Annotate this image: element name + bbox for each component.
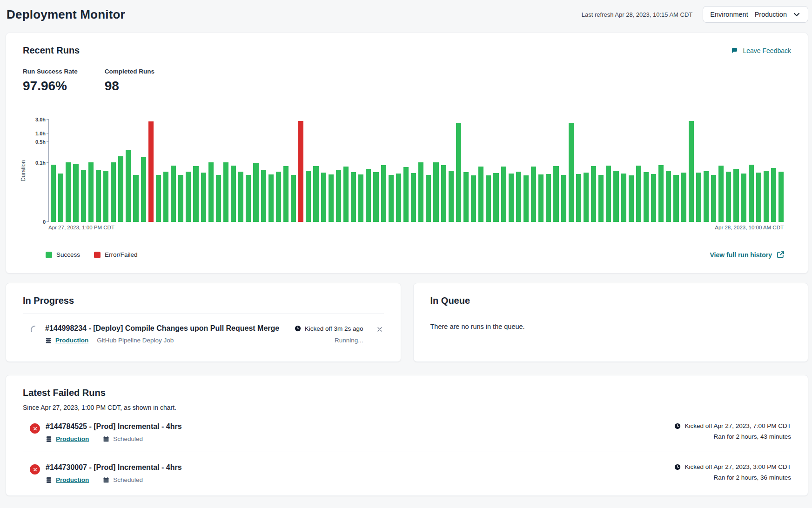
chart-bar-success — [501, 167, 506, 222]
y-axis-title: Duration — [20, 120, 27, 222]
run-status: Running... — [335, 337, 363, 344]
chart-bar-success — [133, 175, 138, 222]
environment-link[interactable]: Production — [56, 435, 89, 442]
y-axis-tick-label: 0.1h — [35, 160, 46, 166]
chart-bar-success — [58, 174, 63, 222]
chart-bar-success — [771, 168, 776, 222]
chart-bar-success — [118, 156, 123, 222]
chart-bar-success — [636, 166, 641, 222]
chart-bar-success — [343, 167, 349, 222]
chart-bar-success — [73, 164, 78, 222]
chart-bar-success — [673, 175, 678, 222]
chart-bar-success — [584, 173, 589, 222]
recent-runs-card: Recent Runs Leave Feedback Run Success R… — [6, 33, 808, 274]
x-axis-labels: Apr 27, 2023, 1:00 PM CDT Apr 28, 2023, … — [48, 225, 784, 230]
chart-bar-success — [321, 173, 326, 222]
database-icon — [46, 477, 52, 483]
y-axis-tick — [47, 119, 49, 120]
chart-bar-success — [733, 169, 738, 222]
chart-bar-failed — [298, 121, 303, 222]
chart-bar-success — [629, 175, 634, 222]
in-queue-card: In Queue There are no runs in the queue. — [413, 283, 809, 362]
view-full-run-history-link[interactable]: View full run history — [710, 251, 772, 259]
chart-bar-success — [606, 166, 611, 222]
chart-bar-success — [696, 173, 701, 222]
database-icon — [45, 337, 52, 344]
stat-label: Run Success Rate — [23, 68, 78, 75]
stat-value: 98 — [105, 79, 154, 94]
kicked-off-text: Kicked off Apr 27, 2023, 7:00 PM CDT — [674, 422, 791, 429]
chart-bar-success — [193, 166, 198, 222]
chart-bar-success — [389, 175, 394, 222]
chart-bar-success — [569, 123, 574, 222]
legend-item-failed: Error/Failed — [94, 251, 138, 258]
chevron-down-icon — [792, 10, 801, 19]
failed-run-row: #144784525 - [Prod] Incremental - 4hrs P… — [23, 422, 791, 442]
clock-icon — [674, 464, 681, 470]
chart-bar-success — [523, 175, 529, 222]
cancel-run-button[interactable] — [376, 325, 384, 334]
chart-bar-success — [426, 175, 431, 222]
legend-item-success: Success — [46, 251, 80, 258]
chart-bar-success — [509, 174, 514, 222]
chart-bar-success — [66, 162, 71, 222]
feedback-label: Leave Feedback — [743, 47, 791, 54]
in-progress-card: In Progress #144998234 - [Deploy] Compil… — [6, 283, 401, 362]
chart-bar-success — [644, 172, 649, 222]
chart-bar-success — [456, 123, 461, 222]
chart-bar-success — [471, 175, 476, 222]
chart-bar-success — [366, 169, 371, 222]
environment-value: Production — [755, 11, 787, 18]
chart-bar-success — [493, 173, 498, 222]
in-queue-title: In Queue — [430, 295, 792, 306]
legend-swatch-failed — [94, 252, 101, 258]
environment-link[interactable]: Production — [55, 337, 88, 344]
chart-bar-success — [396, 174, 401, 222]
stat-success-rate: Run Success Rate 97.96% — [23, 68, 78, 94]
chart-bar-success — [381, 165, 386, 222]
duration-chart: Duration 00.1h0.5h1.0h3.0h Apr 27, 2023,… — [23, 120, 784, 230]
legend-swatch-success — [46, 252, 52, 258]
chart-bar-success — [171, 166, 176, 222]
chart-bar-success — [463, 172, 469, 222]
page-title: Deployment Monitor — [7, 7, 125, 22]
y-axis-tick-label: 3.0h — [35, 117, 46, 122]
chart-bars — [51, 120, 784, 222]
chart-bar-success — [238, 172, 243, 222]
chart-bar-success — [403, 167, 409, 222]
y-axis-tick-label: 1.0h — [35, 131, 46, 136]
chart-bar-success — [441, 165, 446, 222]
y-axis-tick-label: 0.5h — [35, 139, 46, 144]
ran-for-text: Ran for 2 hours, 36 minutes — [713, 474, 791, 481]
chart-bar-success — [689, 121, 694, 222]
chart-bar-success — [336, 170, 341, 222]
trigger-type: Scheduled — [103, 476, 143, 483]
chart-bar-success — [516, 172, 521, 222]
run-title: #144998234 - [Deploy] Compile Changes up… — [45, 324, 279, 333]
chart-bar-success — [208, 162, 214, 222]
recent-runs-title: Recent Runs — [23, 45, 80, 56]
leave-feedback-link[interactable]: Leave Feedback — [731, 47, 791, 54]
ran-for-text: Ran for 2 hours, 43 minutes — [713, 433, 791, 440]
error-icon — [30, 423, 40, 434]
chart-bar-success — [726, 172, 731, 222]
chart-bar-success — [756, 173, 761, 222]
chart-bar-success — [178, 175, 183, 222]
chart-bar-success — [681, 173, 686, 222]
chart-bar-success — [741, 174, 746, 222]
clock-icon — [674, 423, 681, 429]
chart-bar-success — [418, 162, 423, 222]
chart-bar-success — [711, 175, 716, 222]
environment-link[interactable]: Production — [56, 476, 89, 483]
chart-bar-success — [358, 174, 363, 222]
environment-dropdown[interactable]: Environment Production — [703, 6, 808, 23]
chart-bar-success — [538, 174, 544, 222]
chart-bar-success — [546, 174, 551, 222]
y-axis-tick — [47, 141, 49, 142]
error-icon — [30, 464, 40, 475]
chart-bar-success — [126, 150, 131, 222]
chart-bar-success — [658, 165, 664, 222]
chart-bar-success — [351, 172, 356, 222]
in-progress-title: In Progress — [23, 295, 384, 306]
stat-completed-runs: Completed Runs 98 — [105, 68, 154, 94]
